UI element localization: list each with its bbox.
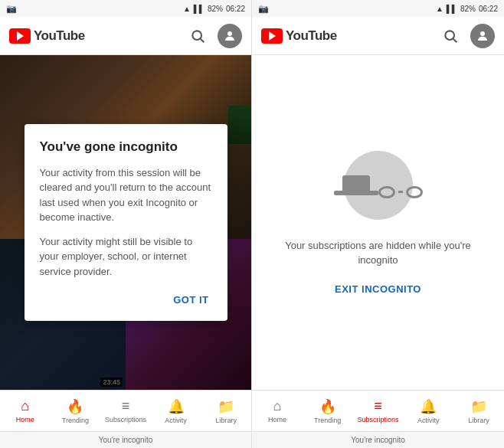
battery-text-right: 82% (460, 5, 476, 13)
got-it-button[interactable]: GOT IT (170, 288, 211, 312)
svg-point-5 (480, 31, 485, 36)
time-right: 06:22 (479, 5, 498, 13)
dialog-body-p2: Your activity might still be visible to … (40, 234, 212, 280)
header-right: YouTube (252, 17, 504, 55)
nav-activity-left[interactable]: 🔔 Activity (151, 391, 201, 431)
activity-label-right: Activity (417, 417, 440, 424)
nav-library-left[interactable]: 📁 Library (201, 391, 251, 431)
incognito-content: Your subscriptions are hidden while you'… (252, 55, 504, 390)
dialog-actions: GOT IT (40, 288, 212, 312)
search-button-left[interactable] (184, 22, 211, 50)
status-bar-left: 📷 ▲ ▌▌ 82% 06:22 (0, 0, 251, 17)
home-label-left: Home (16, 416, 34, 423)
status-bar-right: 📷 ▲ ▌▌ 82% 06:22 (252, 0, 504, 17)
account-avatar-left[interactable] (218, 24, 242, 48)
nav-home-right[interactable]: ⌂ Home (252, 391, 303, 431)
nav-library-right[interactable]: 📁 Library (453, 391, 504, 431)
status-right-icon: 📷 (258, 4, 269, 14)
youtube-logo-text-right: YouTube (286, 28, 337, 44)
dialog-body: Your activity from this session will be … (40, 165, 212, 280)
svg-point-0 (192, 31, 201, 40)
status-left-icon: 📷 (6, 4, 17, 14)
dialog-title: You've gone incognito (40, 139, 212, 155)
left-panel: 📷 ▲ ▌▌ 82% 06:22 YouTube (0, 0, 252, 448)
youtube-logo-left: YouTube (9, 28, 85, 44)
youtube-logo-text-left: YouTube (34, 28, 85, 44)
activity-label-left: Activity (165, 417, 187, 424)
right-panel: 📷 ▲ ▌▌ 82% 06:22 YouTube (252, 0, 504, 448)
hat-brim (334, 191, 378, 195)
trending-label-left: Trending (62, 417, 89, 424)
incognito-status-text-left: You're incognito (99, 436, 152, 444)
battery-text: 82% (208, 5, 223, 13)
incognito-avatar (344, 151, 413, 220)
activity-icon-left: 🔔 (168, 398, 185, 415)
svg-line-1 (201, 38, 205, 42)
search-button-right[interactable] (437, 22, 464, 50)
activity-icon-right: 🔔 (420, 398, 437, 415)
home-label-right: Home (268, 416, 286, 423)
subscriptions-label-right: Subscriptions (357, 416, 398, 423)
library-icon-left: 📁 (218, 398, 234, 415)
subscriptions-icon-right: ≡ (374, 398, 382, 414)
exit-incognito-button[interactable]: EXIT INCOGNITO (335, 283, 421, 295)
dialog-overlay: You've gone incognito Your activity from… (0, 55, 251, 390)
glass-right (406, 186, 423, 198)
nav-home-left[interactable]: ⌂ Home (0, 391, 51, 431)
nav-trending-left[interactable]: 🔥 Trending (51, 391, 101, 431)
signal-icon-right: ▌▌ (447, 5, 457, 13)
incognito-dialog: You've gone incognito Your activity from… (25, 124, 227, 322)
library-icon-right: 📁 (470, 398, 487, 415)
youtube-logo-right: YouTube (261, 28, 337, 44)
header-left: YouTube (0, 17, 251, 55)
video-area: 23:45 You've gone incognito Your activit… (0, 55, 251, 390)
incognito-status-right: You're incognito (252, 431, 504, 448)
library-label-right: Library (468, 417, 489, 424)
youtube-logo-icon-left (9, 28, 31, 44)
trending-label-right: Trending (314, 417, 341, 424)
incognito-face (378, 180, 423, 198)
nav-trending-right[interactable]: 🔥 Trending (303, 391, 353, 431)
incognito-message: Your subscriptions are hidden while you'… (267, 238, 489, 268)
nav-subscriptions-left[interactable]: ≡ Subscriptions (100, 391, 151, 431)
nav-activity-right[interactable]: 🔔 Activity (403, 391, 453, 431)
home-icon-left: ⌂ (21, 398, 29, 414)
home-icon-right: ⌂ (273, 398, 281, 414)
nav-subscriptions-right[interactable]: ≡ Subscriptions (353, 391, 404, 431)
subscriptions-label-left: Subscriptions (105, 416, 146, 423)
glass-bridge (398, 191, 403, 193)
trending-icon-right: 🔥 (319, 398, 336, 415)
dialog-body-p1: Your activity from this session will be … (40, 165, 212, 225)
wifi-icon: ▲ (183, 5, 191, 13)
time-left: 06:22 (226, 5, 245, 13)
svg-point-2 (227, 31, 232, 36)
library-label-left: Library (215, 417, 237, 424)
incognito-glasses (378, 186, 423, 198)
youtube-logo-icon-right (261, 28, 283, 44)
svg-line-4 (453, 38, 457, 42)
bottom-nav-left: ⌂ Home 🔥 Trending ≡ Subscriptions 🔔 Acti… (0, 390, 251, 431)
bottom-nav-right: ⌂ Home 🔥 Trending ≡ Subscriptions 🔔 Acti… (252, 390, 504, 431)
account-avatar-right[interactable] (470, 24, 495, 48)
hat-top (342, 175, 370, 191)
trending-icon-left: 🔥 (67, 398, 83, 415)
incognito-hat (334, 175, 378, 195)
signal-icon: ▌▌ (194, 5, 205, 13)
wifi-icon-right: ▲ (436, 5, 443, 13)
incognito-status-text-right: You're incognito (351, 436, 404, 444)
svg-point-3 (445, 31, 454, 40)
subscriptions-icon-left: ≡ (122, 398, 130, 414)
glass-left (378, 186, 395, 198)
incognito-status-left: You're incognito (0, 431, 251, 448)
